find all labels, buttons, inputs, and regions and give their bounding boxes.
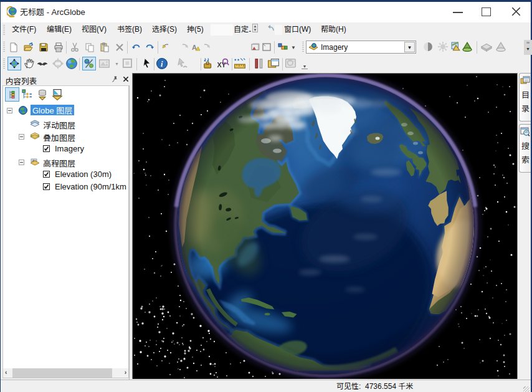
svg-text:XY: XY: [217, 61, 226, 69]
svg-text:i: i: [161, 59, 163, 69]
